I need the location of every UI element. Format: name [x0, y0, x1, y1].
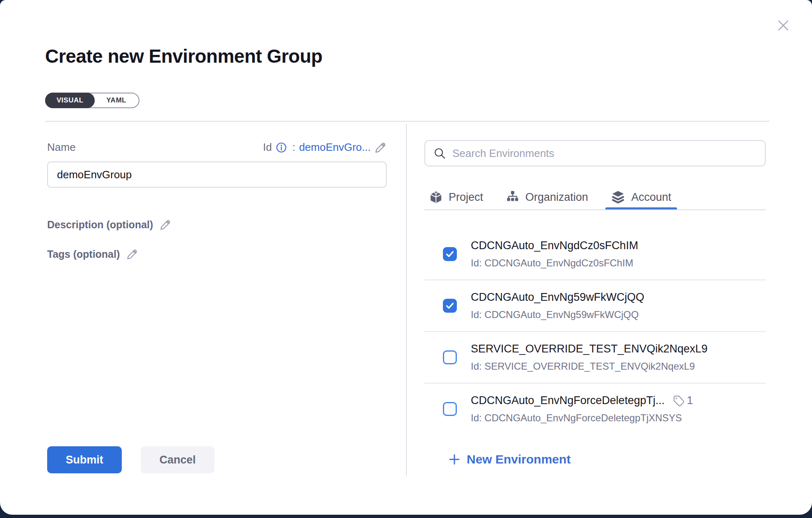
search-icon: [433, 147, 446, 159]
close-button[interactable]: [773, 16, 793, 35]
environment-row[interactable]: SERVICE_OVERRIDE_TEST_ENVQik2NqexL9 Id: …: [424, 332, 766, 384]
tags-label: Tags (optional): [47, 248, 120, 260]
tab-account[interactable]: Account: [611, 184, 671, 211]
environment-id: Id: CDCNGAuto_EnvNgdCz0sFChIM: [471, 257, 638, 269]
cancel-button[interactable]: Cancel: [141, 446, 214, 473]
new-environment-label: New Environment: [467, 452, 570, 466]
environment-info: CDCNGAuto_EnvNgdCz0sFChIM Id: CDCNGAuto_…: [471, 239, 638, 269]
layers-icon: [611, 190, 625, 204]
tab-organization[interactable]: Organization: [506, 184, 588, 211]
environment-checkbox[interactable]: [443, 402, 457, 416]
id-label: Id: [263, 141, 272, 154]
id-separator: :: [292, 141, 295, 154]
tag-count: 1: [687, 394, 693, 407]
scope-tabs: Project Organization Account: [424, 184, 766, 211]
tab-project-label: Project: [449, 191, 483, 204]
environment-checkbox[interactable]: [443, 299, 457, 313]
environment-id: Id: SERVICE_OVERRIDE_TEST_ENVQik2NqexL9: [471, 361, 707, 372]
visual-tab[interactable]: VISUAL: [45, 93, 95, 108]
tag-icon: [673, 395, 684, 407]
tags-section: Tags (optional): [47, 248, 138, 260]
page-title: Create new Environment Group: [45, 45, 322, 67]
header-divider: [45, 121, 769, 122]
cube-icon: [429, 191, 442, 204]
name-label: Name: [47, 141, 75, 154]
tag-count-badge: 1: [673, 394, 693, 407]
environment-info: CDCNGAuto_EnvNgForceDeletegpTj... 1 Id: …: [471, 394, 693, 424]
description-label: Description (optional): [47, 219, 153, 231]
close-icon: [776, 18, 791, 33]
submit-button[interactable]: Submit: [47, 446, 122, 473]
environment-search: [424, 140, 766, 166]
tab-project[interactable]: Project: [429, 184, 483, 211]
environment-list: CDCNGAuto_EnvNgdCz0sFChIM Id: CDCNGAuto_…: [424, 211, 766, 429]
environment-id: Id: CDCNGAuto_EnvNg59wFkWCjQQ: [471, 309, 644, 320]
edit-id-pencil-icon[interactable]: [374, 141, 387, 154]
environment-name: CDCNGAuto_EnvNgForceDeletegpTj...: [471, 394, 665, 407]
environment-name: CDCNGAuto_EnvNg59wFkWCjQQ: [471, 291, 644, 304]
name-input[interactable]: [47, 161, 387, 188]
environment-info: CDCNGAuto_EnvNg59wFkWCjQQ Id: CDCNGAuto_…: [471, 291, 644, 320]
new-environment-button[interactable]: New Environment: [448, 452, 570, 466]
panel-divider: [406, 124, 407, 475]
id-value-link[interactable]: demoEnvGro...: [299, 141, 371, 154]
tab-account-label: Account: [631, 191, 671, 204]
info-icon[interactable]: [276, 142, 287, 153]
plus-icon: [448, 453, 461, 466]
create-environment-group-modal: Create new Environment Group VISUAL YAML…: [0, 0, 812, 515]
org-chart-icon: [506, 191, 519, 204]
environment-id: Id: CDCNGAuto_EnvNgForceDeletegpTjXNSYS: [471, 412, 693, 424]
environment-row[interactable]: CDCNGAuto_EnvNgdCz0sFChIM Id: CDCNGAuto_…: [424, 211, 766, 280]
tabs-divider: [424, 209, 766, 210]
edit-tags-pencil-icon[interactable]: [126, 248, 138, 260]
environment-info: SERVICE_OVERRIDE_TEST_ENVQik2NqexL9 Id: …: [471, 343, 707, 372]
environment-row[interactable]: CDCNGAuto_EnvNg59wFkWCjQQ Id: CDCNGAuto_…: [424, 280, 766, 332]
tab-organization-label: Organization: [525, 191, 588, 204]
description-section: Description (optional): [47, 219, 171, 231]
environment-row[interactable]: CDCNGAuto_EnvNgForceDeletegpTj... 1 Id: …: [424, 384, 766, 429]
visual-yaml-toggle: VISUAL YAML: [45, 93, 139, 108]
edit-description-pencil-icon[interactable]: [160, 219, 171, 231]
search-environments-input[interactable]: [452, 147, 757, 160]
entity-id-row: Id : demoEnvGro...: [263, 141, 387, 154]
environment-name: SERVICE_OVERRIDE_TEST_ENVQik2NqexL9: [471, 343, 707, 355]
environment-name: CDCNGAuto_EnvNgdCz0sFChIM: [471, 239, 638, 252]
environment-checkbox[interactable]: [443, 247, 457, 261]
yaml-tab[interactable]: YAML: [94, 93, 139, 107]
environment-checkbox[interactable]: [443, 350, 457, 364]
